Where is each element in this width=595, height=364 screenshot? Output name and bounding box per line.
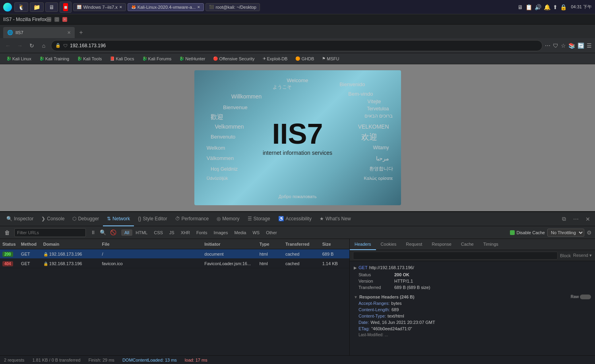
initiator-cell: document (202, 252, 257, 256)
get-url-row[interactable]: ▶ GET http://192.168.173.196/ (354, 264, 591, 272)
close-btn[interactable]: ✕ (62, 17, 67, 22)
tab-style-editor[interactable]: {} Style Editor (134, 212, 171, 226)
header-key: Content-Length: (359, 307, 390, 312)
req-tab-headers[interactable]: Headers (350, 239, 376, 250)
kali-tools-icon: 🐉 (77, 56, 82, 61)
header-value: text/html (388, 314, 404, 318)
load-time[interactable]: load: 17 ms (185, 358, 207, 362)
bookmark-kali-docs[interactable]: 📕 Kali Docs (107, 56, 137, 62)
filter-media[interactable]: Media (231, 229, 249, 236)
browser-tab-iis7[interactable]: 🌐 IIS7 ✕ (3, 27, 75, 38)
taskbar-icon1[interactable]: 🐧 (14, 2, 28, 12)
devtools-dock-btn[interactable]: ⧉ (559, 214, 569, 224)
req-tab-timings[interactable]: Timings (479, 239, 503, 250)
req-tab-cache[interactable]: Cache (456, 239, 479, 250)
taskbar-close2[interactable]: ✕ (197, 5, 200, 9)
clear-network-btn[interactable]: 🗑 (3, 229, 11, 237)
search-btn[interactable]: 🔍 (98, 229, 108, 236)
terminal-label: root@kali: ~/Desktop (215, 5, 256, 10)
reload-button[interactable]: ↻ (27, 41, 37, 50)
forward-button[interactable]: → (15, 41, 25, 50)
bookmark-kali-tools[interactable]: 🐉 Kali Tools (74, 56, 105, 62)
bookmark-ghdb[interactable]: 🟠 GHDB (292, 56, 317, 62)
block-btn[interactable]: Block (560, 253, 571, 258)
tab-performance[interactable]: ⏱ Performance (171, 212, 213, 226)
nav-bookmark-icon[interactable]: 📚 (568, 42, 575, 49)
inspector-icon: 🔍 (6, 216, 12, 221)
filter-html[interactable]: HTML (132, 229, 151, 236)
tab-network[interactable]: ⇅ Network (103, 212, 134, 226)
tab-memory[interactable]: ◎ Memory (213, 212, 243, 226)
type-cell: html (257, 252, 283, 256)
filter-fonts[interactable]: Fonts (193, 229, 211, 236)
taskbar-terminal[interactable]: ⬛ root@kali: ~/Desktop (205, 3, 260, 11)
filter-css[interactable]: CSS (151, 229, 166, 236)
bookmark-kali-training[interactable]: 🐉 Kali Training (36, 56, 73, 62)
bookmark-kali-forums[interactable]: 🐉 Kali Forums (139, 56, 175, 62)
accessibility-icon: ♿ (278, 216, 284, 221)
taskbar-icon4[interactable]: ■ (60, 2, 72, 13)
dom-content-loaded[interactable]: DOMContentLoaded: 13 ms (122, 358, 177, 362)
bookmark-kali-linux[interactable]: 🐉 Kali Linux (3, 56, 35, 62)
filter-ws[interactable]: WS (249, 229, 263, 236)
method-cell: GET (19, 261, 41, 266)
response-headers-title[interactable]: ▼ Response Headers (246 B) Raw (354, 294, 591, 300)
raw-toggle-switch[interactable] (580, 295, 591, 299)
filter-urls-input[interactable] (14, 228, 86, 237)
table-row[interactable]: 404 GET 🔒192.168.173.196 favicon.ico Fav… (0, 259, 349, 268)
bookmark-nethunter[interactable]: 🐉 NetHunter (176, 56, 208, 62)
storage-icon: ☰ (248, 216, 252, 221)
bookmark-offensive-security[interactable]: 🔴 Offensive Security (210, 56, 258, 62)
taskbar-btn-windows7[interactable]: 🪟 Windows 7--iis7.x ✕ (73, 3, 126, 11)
taskbar-icon2[interactable]: 📁 (30, 2, 44, 12)
bookmark-label: MSFU (327, 56, 339, 61)
home-button[interactable]: ⌂ (39, 41, 48, 50)
tab-storage[interactable]: ☰ Storage (244, 212, 274, 226)
filter-js[interactable]: JS (166, 229, 178, 236)
domain-lock-icon: 🔒 (43, 262, 48, 266)
tab-debugger[interactable]: ⬡ Debugger (68, 212, 103, 226)
pause-btn[interactable]: ⏸ (89, 229, 97, 236)
raw-toggle[interactable]: Raw (571, 295, 591, 299)
taskbar-btn-kali[interactable]: 🦊 Kali-Linux-2020.4-vmware-a... ✕ (128, 3, 204, 11)
taskbar-close1[interactable]: ✕ (119, 5, 122, 9)
tab-inspector[interactable]: 🔍 Inspector (2, 212, 37, 226)
nav-menu-icon[interactable]: ⋯ (545, 42, 550, 49)
network-settings-btn[interactable]: ⚙ (587, 229, 592, 236)
address-bar[interactable]: 🔒 🛡 192.168.173.196 (51, 40, 543, 51)
devtools-overflow-btn[interactable]: ⋯ (571, 214, 581, 224)
table-row[interactable]: 200 GET 🔒192.168.173.196 / document html… (0, 249, 349, 259)
back-button[interactable]: ← (3, 41, 13, 50)
maximize-btn[interactable]: □ (54, 17, 59, 22)
taskbar-icon3[interactable]: 🖥 (45, 2, 58, 12)
network-toolbar-right: Disable Cache No Throttling Slow 3G Fast… (510, 229, 592, 237)
throttle-select[interactable]: No Throttling Slow 3G Fast 3G (547, 229, 584, 237)
header-value: 689 (391, 307, 399, 312)
tab-close-btn[interactable]: ✕ (67, 30, 71, 35)
new-tab-button[interactable]: + (76, 27, 87, 38)
req-tab-cookies[interactable]: Cookies (376, 239, 401, 250)
filter-other[interactable]: Other (263, 229, 280, 236)
start-orb[interactable] (3, 3, 12, 12)
bookmark-msfu[interactable]: ⚑ MSFU (319, 56, 342, 62)
os-taskbar: 🐧 📁 🖥 ■ 🪟 Windows 7--iis7.x ✕ 🦊 Kali-Lin… (0, 0, 595, 14)
tab-accessibility[interactable]: ♿ Accessibility (274, 212, 316, 226)
nav-star-icon[interactable]: ☆ (561, 42, 566, 49)
filter-all[interactable]: All (121, 229, 132, 236)
req-tab-request[interactable]: Request (401, 239, 427, 250)
filter-xhr[interactable]: XHR (178, 229, 193, 236)
devtools-close-btn[interactable]: ✕ (583, 214, 593, 224)
filter-images[interactable]: Images (210, 229, 231, 236)
bookmark-exploit-db[interactable]: ✈ Exploit-DB (260, 56, 291, 62)
nav-shield-icon[interactable]: 🛡 (553, 42, 558, 49)
filter-headers-input[interactable] (353, 252, 558, 260)
req-tab-response[interactable]: Response (427, 239, 456, 250)
resend-btn[interactable]: Resend ▾ (573, 253, 592, 258)
block-requests-btn[interactable]: 🚫 (109, 229, 118, 236)
disable-cache-checkbox[interactable] (510, 230, 515, 235)
nav-sync-icon[interactable]: 🔄 (578, 42, 584, 49)
nav-more-icon[interactable]: ☰ (587, 42, 592, 49)
minimize-btn[interactable]: — (47, 17, 51, 22)
tab-console[interactable]: ❯ Console (37, 212, 68, 226)
tab-whats-new[interactable]: ★ What's New (316, 212, 355, 226)
